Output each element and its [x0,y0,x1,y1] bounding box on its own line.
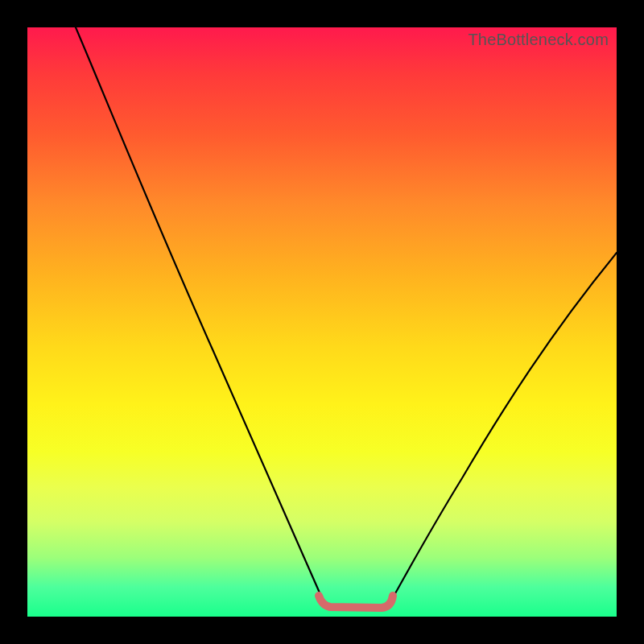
curve-overlay [27,27,617,617]
v-curve-left [76,27,322,601]
bottom-plateau [319,596,393,608]
chart-frame: TheBottleneck.com [0,0,644,644]
plot-area: TheBottleneck.com [27,27,617,617]
v-curve-right [391,253,617,601]
